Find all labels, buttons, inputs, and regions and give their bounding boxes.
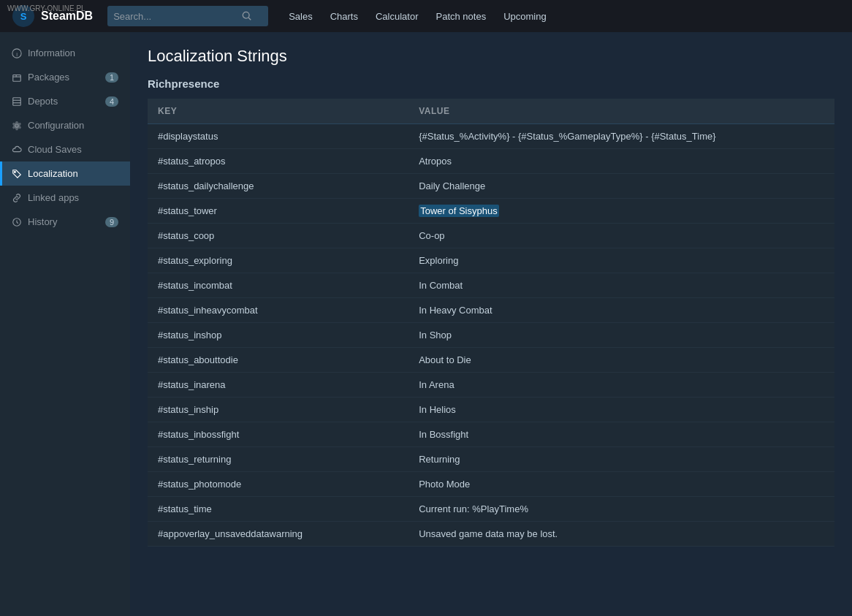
search-icon — [242, 11, 252, 21]
svg-text:i: i — [16, 50, 18, 57]
sidebar-item-localization[interactable]: Localization — [0, 161, 130, 186]
table-cell-value: Co-op — [408, 224, 834, 248]
table-cell-key: #status_incombat — [148, 273, 408, 298]
nav-charts[interactable]: Charts — [330, 11, 358, 22]
gear-icon — [12, 121, 22, 131]
depot-icon — [12, 96, 22, 107]
table-row: #status_timeCurrent run: %PlayTime% — [148, 497, 834, 522]
sidebar: i Information Packages 1 Depots 4 — [0, 32, 130, 616]
nav-calculator[interactable]: Calculator — [376, 11, 419, 22]
sidebar-item-linked-apps[interactable]: Linked apps — [0, 186, 130, 210]
table-row: #status_exploringExploring — [148, 248, 834, 273]
table-cell-value: In Heavy Combat — [408, 298, 834, 323]
history-icon — [12, 217, 22, 227]
search-input[interactable] — [113, 11, 237, 22]
table-cell-value: Returning — [408, 447, 834, 472]
sidebar-item-information-label: Information — [28, 47, 75, 58]
table-row: #status_inbossfightIn Bossfight — [148, 422, 834, 447]
table-cell-key: #status_inship — [148, 398, 408, 422]
table-cell-value: Current run: %PlayTime% — [408, 497, 834, 522]
table-row: #status_coopCo-op — [148, 224, 834, 248]
table-cell-value: In Bossfight — [408, 422, 834, 447]
svg-text:S: S — [20, 11, 27, 22]
nav-sales[interactable]: Sales — [289, 11, 313, 22]
svg-line-3 — [248, 18, 251, 20]
table-row: #appoverlay_unsaveddatawarningUnsaved ga… — [148, 522, 834, 547]
table-header-key: KEY — [148, 99, 408, 124]
table-cell-value: About to Die — [408, 348, 834, 373]
packages-badge: 1 — [105, 72, 118, 83]
watermark: WWW.GRY-ONLINE.PL — [7, 4, 85, 12]
table-cell-value: Atropos — [408, 149, 834, 174]
table-row: #status_inshipIn Helios — [148, 398, 834, 422]
package-icon — [12, 72, 22, 83]
localization-table: KEY VALUE #displaystatus{#Status_%Activi… — [148, 99, 834, 547]
svg-rect-6 — [13, 75, 21, 81]
sidebar-item-depots[interactable]: Depots 4 — [0, 89, 130, 113]
table-cell-key: #status_abouttodie — [148, 348, 408, 373]
table-row: #status_inarenaIn Arena — [148, 373, 834, 398]
highlighted-value: Tower of Sisyphus — [419, 205, 499, 217]
sidebar-item-packages-label: Packages — [28, 72, 69, 83]
nav-patchnotes[interactable]: Patch notes — [436, 11, 487, 22]
table-cell-key: #status_inbossfight — [148, 422, 408, 447]
cloud-icon — [12, 145, 22, 155]
table-row: #displaystatus{#Status_%Activity%} - {#S… — [148, 124, 834, 149]
sidebar-item-packages[interactable]: Packages 1 — [0, 65, 130, 89]
sidebar-item-linked-apps-label: Linked apps — [28, 192, 79, 203]
sidebar-item-history-label: History — [28, 216, 57, 227]
svg-rect-9 — [13, 97, 21, 105]
table-cell-value: Unsaved game data may be lost. — [408, 522, 834, 547]
table-row: #status_abouttodieAbout to Die — [148, 348, 834, 373]
sidebar-item-configuration[interactable]: Configuration — [0, 113, 130, 137]
table-cell-key: #status_coop — [148, 224, 408, 248]
sidebar-item-history[interactable]: History 9 — [0, 210, 130, 234]
table-cell-key: #displaystatus — [148, 124, 408, 149]
table-cell-value: In Helios — [408, 398, 834, 422]
svg-point-12 — [15, 171, 16, 172]
table-body: #displaystatus{#Status_%Activity%} - {#S… — [148, 124, 834, 547]
table-cell-key: #status_photomode — [148, 472, 408, 497]
depots-badge: 4 — [105, 96, 118, 107]
table-row: #status_returningReturning — [148, 447, 834, 472]
table-row: #status_dailychallengeDaily Challenge — [148, 174, 834, 199]
table-cell-value: In Combat — [408, 273, 834, 298]
table-cell-value: Photo Mode — [408, 472, 834, 497]
sidebar-item-information[interactable]: i Information — [0, 41, 130, 65]
section-title: Richpresence — [148, 77, 834, 90]
table-cell-value: Tower of Sisyphus — [408, 199, 834, 224]
table-row: #status_incombatIn Combat — [148, 273, 834, 298]
table-header-value: VALUE — [408, 99, 834, 124]
table-row: #status_atroposAtropos — [148, 149, 834, 174]
table-cell-key: #status_dailychallenge — [148, 174, 408, 199]
page-title: Localization Strings — [148, 47, 834, 66]
table-cell-value: {#Status_%Activity%} - {#Status_%Gamepla… — [408, 124, 834, 149]
table-cell-value: Daily Challenge — [408, 174, 834, 199]
svg-point-2 — [243, 12, 249, 18]
table-cell-key: #status_tower — [148, 199, 408, 224]
table-cell-key: #appoverlay_unsaveddatawarning — [148, 522, 408, 547]
table-row: #status_inheavycombatIn Heavy Combat — [148, 298, 834, 323]
table-cell-key: #status_returning — [148, 447, 408, 472]
search-box[interactable] — [107, 6, 268, 26]
table-cell-value: In Arena — [408, 373, 834, 398]
table-row: #status_inshopIn Shop — [148, 323, 834, 348]
layout: i Information Packages 1 Depots 4 — [0, 32, 852, 616]
table-row: #status_photomodePhoto Mode — [148, 472, 834, 497]
sidebar-item-depots-label: Depots — [28, 96, 58, 107]
sidebar-item-localization-label: Localization — [28, 168, 78, 179]
table-cell-key: #status_inarena — [148, 373, 408, 398]
table-cell-value: In Shop — [408, 323, 834, 348]
info-icon: i — [12, 48, 22, 58]
sidebar-item-configuration-label: Configuration — [28, 120, 84, 131]
table-cell-key: #status_inshop — [148, 323, 408, 348]
history-badge: 9 — [105, 217, 118, 227]
sidebar-item-cloud-saves-label: Cloud Saves — [28, 144, 82, 155]
table-cell-value: Exploring — [408, 248, 834, 273]
main-content: Localization Strings Richpresence KEY VA… — [130, 32, 852, 616]
sidebar-item-cloud-saves[interactable]: Cloud Saves — [0, 137, 130, 161]
table-cell-key: #status_atropos — [148, 149, 408, 174]
nav-upcoming[interactable]: Upcoming — [503, 11, 547, 22]
table-header-row: KEY VALUE — [148, 99, 834, 124]
table-cell-key: #status_exploring — [148, 248, 408, 273]
